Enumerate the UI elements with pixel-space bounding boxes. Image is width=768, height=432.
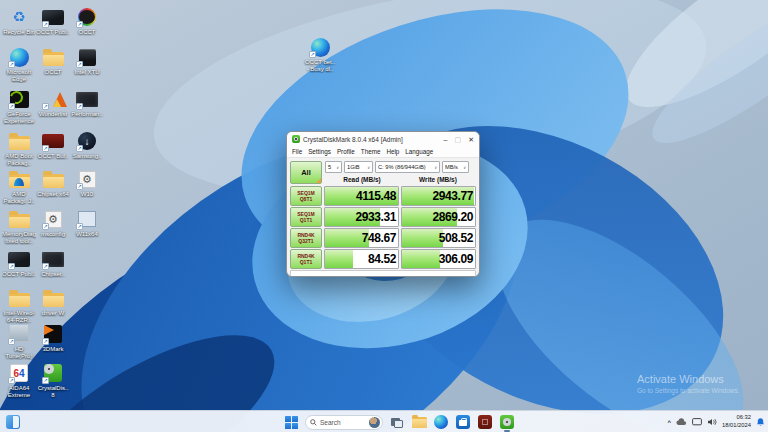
shortcut-arrow-icon: ↗: [42, 21, 49, 28]
desktop-icon-msconfig[interactable]: ⚙↗msconfig: [36, 208, 70, 238]
widgets-button[interactable]: [6, 415, 20, 429]
desktop-icon-wunderlist[interactable]: ↗Wunderlist: [36, 88, 70, 118]
pinned-app-button[interactable]: [477, 414, 493, 430]
tray-overflow-chevron[interactable]: ^: [667, 419, 671, 425]
desktop-icon-w10[interactable]: ⚙↗W10: [70, 168, 104, 198]
run-all-button[interactable]: All: [290, 161, 322, 184]
minimize-button[interactable]: –: [444, 136, 448, 143]
desktop-icon-geforce-experience[interactable]: ↗GeForce Experience: [2, 88, 36, 125]
clock-date: 18/01/2024: [722, 422, 751, 430]
desktop-icon-samsung[interactable]: ↓↗Samsung..: [70, 130, 104, 160]
test-button-seq1m-q1t1[interactable]: SEQ1MQ1T1: [290, 207, 322, 227]
desktop-icon-occt-bul[interactable]: ↗OCCT Bul..: [36, 130, 70, 160]
test-button-seq1m-q8t1[interactable]: SEQ1MQ8T1: [290, 186, 322, 206]
task-view-button[interactable]: [389, 414, 405, 430]
shortcut-arrow-icon: ↗: [76, 103, 83, 110]
menu-file[interactable]: File: [292, 148, 302, 155]
menu-help[interactable]: Help: [386, 148, 399, 155]
desktop-icon-driver-w[interactable]: driver W: [36, 287, 70, 317]
edge-button[interactable]: [433, 414, 449, 430]
desktop-icon-crystaldis-8[interactable]: ↗CrystalDis.. 8: [36, 362, 70, 399]
folder-icon: [412, 417, 427, 428]
desktop-icon-intel-xtu[interactable]: ↗Intel XTU: [70, 46, 104, 76]
start-button[interactable]: [283, 414, 299, 430]
desktop-icon-label: W10: [70, 191, 104, 198]
desktop-icon-chipset-x64[interactable]: Chipset x64: [36, 168, 70, 198]
desktop-icon-label: OCCT Bul..: [36, 153, 70, 160]
folder-icon: [43, 174, 64, 188]
chevron-down-icon: ∨: [334, 165, 339, 170]
unit-dropdown[interactable]: MB/s∨: [442, 161, 469, 173]
desktop-icon-intel-wired-64-rzr[interactable]: Intel-Wired-64-RZR..: [2, 287, 36, 324]
bench-row-seq1m-q1t1: SEQ1MQ1T1 2933.31 2869.20: [290, 207, 476, 227]
desktop-icon-label: Chipset x64: [36, 191, 70, 198]
desktop-icon-label: W11x64: [70, 231, 104, 238]
desktop-icon-label: Samsung..: [70, 153, 104, 160]
file-explorer-button[interactable]: [411, 414, 427, 430]
test-size-dropdown[interactable]: 1GiB∨: [344, 161, 373, 173]
shortcut-arrow-icon: ↗: [42, 223, 49, 230]
desktop-icon-label: OCCT: [36, 69, 70, 76]
desktop-icon-occt[interactable]: OCCT: [36, 46, 70, 76]
volume-icon[interactable]: [707, 418, 717, 426]
write-result-cell: 508.52: [401, 228, 476, 248]
bench-row-rnd4k-q32t1: RND4KQ32T1 748.67 508.52: [290, 228, 476, 248]
shortcut-arrow-icon: ↗: [42, 338, 49, 345]
desktop-icon-occt-publ[interactable]: ↗OCCT Publ..: [2, 248, 36, 278]
folder-icon: [9, 293, 30, 307]
desktop-icon-aida64-extreme[interactable]: 64↗AIDA64 Extreme: [2, 362, 36, 399]
desktop-icon-performan[interactable]: ↗Performan..: [70, 88, 104, 118]
desktop-icon-label: GeForce Experience: [2, 111, 36, 125]
read-result-cell: 4115.48: [324, 186, 399, 206]
desktop-icon-amd-packagi-j[interactable]: AMD Packagi. J..: [2, 168, 36, 205]
desktop-icon-amd-boot-packag[interactable]: AMD Boot Packag..: [2, 130, 36, 167]
desktop-icon-memorydiag-fixed-tool[interactable]: MemoryDiag fixed tool..: [2, 208, 36, 245]
windows-logo-icon: [285, 416, 298, 429]
menu-theme[interactable]: Theme: [361, 148, 381, 155]
window-titlebar[interactable]: CrystalDiskMark 8.0.4 x64 [Admin] – ▢ ✕: [287, 132, 479, 146]
desktop-icon-w11x64[interactable]: ↗W11x64: [70, 208, 104, 238]
crystaldiskmark-window: CrystalDiskMark 8.0.4 x64 [Admin] – ▢ ✕ …: [286, 131, 480, 277]
desktop-icon-label: Microsoft Edge: [2, 69, 36, 83]
shortcut-arrow-icon: ↗: [8, 263, 15, 270]
cast-screen-icon[interactable]: [692, 418, 702, 426]
search-highlight-image: [369, 417, 380, 428]
app-icon: [478, 415, 492, 429]
menu-profile[interactable]: Profile: [337, 148, 355, 155]
window-title: CrystalDiskMark 8.0.4 x64 [Admin]: [303, 136, 403, 143]
write-result-cell: 2943.77: [401, 186, 476, 206]
desktop-icon-label: CrystalDis.. 8: [36, 385, 70, 399]
desktop-icon-chipset[interactable]: ↗Chipset..: [36, 248, 70, 278]
microsoft-store-button[interactable]: [455, 414, 471, 430]
test-button-rnd4k-q1t1[interactable]: RND4KQ1T1: [290, 249, 322, 269]
menu-settings[interactable]: Settings: [308, 148, 331, 155]
shortcut-arrow-icon: ↗: [42, 145, 49, 152]
desktop-icon-label: OCCT Publ..: [2, 271, 36, 278]
edge-icon: [434, 415, 448, 429]
onedrive-icon[interactable]: [676, 418, 687, 426]
menu-language[interactable]: Language: [405, 148, 433, 155]
desktop-icon-label: 3DMark: [36, 346, 70, 353]
close-button[interactable]: ✕: [468, 136, 474, 143]
crystaldiskmark-taskbar-button[interactable]: [499, 414, 515, 430]
desktop-icon-edge-shortcut[interactable]: ↗ OCCT bet..- Busy dl..: [303, 36, 337, 73]
shortcut-arrow-icon: ↗: [76, 61, 83, 68]
desktop-icon-microsoft-edge[interactable]: ↗Microsoft Edge: [2, 46, 36, 83]
clock-time: 06:32: [722, 414, 751, 422]
desktop-icon-recycle-bin[interactable]: ♻Recycle Bin: [2, 6, 36, 36]
taskbar-clock[interactable]: 06:32 18/01/2024: [722, 414, 751, 429]
desktop-icon-label: Intel XTU: [70, 69, 104, 76]
test-button-rnd4k-q32t1[interactable]: RND4KQ32T1: [290, 228, 322, 248]
desktop-icon-occt[interactable]: ↗OCCT: [70, 6, 104, 36]
desktop-icon-hd-tune-pro[interactable]: ↗HD Tune(Pro): [2, 323, 36, 360]
desktop-icon-occt-publ[interactable]: ↗OCCT Publ..: [36, 6, 70, 36]
taskbar-search[interactable]: Search: [305, 415, 383, 430]
test-count-dropdown[interactable]: 5∨: [325, 161, 342, 173]
bench-row-seq1m-q8t1: SEQ1MQ8T1 4115.48 2943.77: [290, 186, 476, 206]
desktop-icon-label: AMD Packagi. J..: [2, 191, 36, 205]
maximize-button: ▢: [455, 136, 462, 143]
desktop: ♻Recycle Bin↗OCCT Publ..↗OCCT↗Microsoft …: [0, 0, 768, 432]
target-drive-dropdown[interactable]: C: 9% (86/944GiB)∨: [375, 161, 440, 173]
desktop-icon-3dmark[interactable]: ↗3DMark: [36, 323, 70, 353]
notification-bell-icon[interactable]: [756, 417, 765, 427]
